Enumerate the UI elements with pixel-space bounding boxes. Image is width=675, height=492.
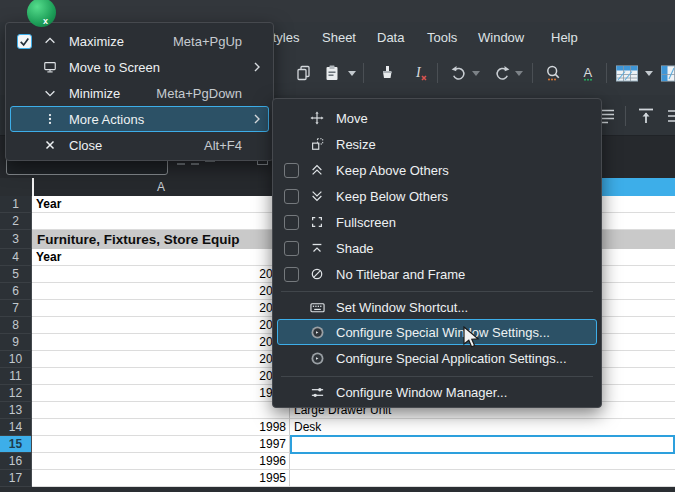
keep-below-checkbox[interactable] (284, 189, 299, 204)
row-header-3[interactable]: 3 (0, 230, 32, 249)
menu-separator (281, 291, 593, 292)
fullscreen-checkbox[interactable] (284, 215, 299, 230)
menu-item-shade[interactable]: Shade (277, 235, 597, 261)
cell-A1[interactable]: Year (32, 196, 290, 213)
screen: Styles Sheet Data Tools Window Help I (0, 0, 675, 492)
row-header-5[interactable]: 5 (0, 266, 32, 283)
shortcut-label: Alt+F4 (204, 138, 268, 153)
cell-B16[interactable] (290, 453, 675, 470)
menu-item-fullscreen[interactable]: Fullscreen (277, 209, 597, 235)
row-header-15[interactable]: 15 (0, 436, 32, 453)
row-header-8[interactable]: 8 (0, 317, 32, 334)
no-frame-icon (304, 267, 330, 281)
cell-A9[interactable]: 2002 (32, 334, 290, 351)
cell-A14[interactable]: 1998 (32, 419, 290, 436)
settings-disc-icon (304, 325, 330, 340)
window-bottom-edge (0, 487, 675, 492)
cell-A15[interactable]: 1997 (32, 436, 290, 453)
cell-A13[interactable] (32, 402, 290, 419)
row-header-14[interactable]: 14 (0, 419, 32, 436)
cell-A7[interactable]: 2004 (32, 300, 290, 317)
row-header-9[interactable]: 9 (0, 334, 32, 351)
cell-A16[interactable]: 1996 (32, 453, 290, 470)
menu-item-more-actions[interactable]: More Actions (10, 106, 269, 132)
cell-B14[interactable]: Desk (290, 419, 675, 436)
shade-icon (304, 241, 330, 255)
cell-A17[interactable]: 1995 (32, 470, 290, 487)
shade-checkbox[interactable] (284, 241, 299, 256)
menu-item-resize[interactable]: Resize (277, 131, 597, 157)
shortcut-label: Meta+PgDown (156, 86, 268, 101)
cell-A8[interactable]: 2003 (32, 317, 290, 334)
sliders-icon (304, 385, 330, 400)
selected-cell-b15[interactable] (290, 435, 675, 454)
menu-item-configure-window-manager[interactable]: Configure Window Manager... (277, 380, 597, 404)
cell-A12[interactable]: 1999 (32, 385, 290, 402)
cell-A5[interactable]: 2006 (32, 266, 290, 283)
row-header-11[interactable]: 11 (0, 368, 32, 385)
window-menu: Maximize Meta+PgUp Move to Screen Minimi… (5, 22, 274, 161)
menu-item-close[interactable]: Close Alt+F4 (10, 132, 269, 158)
cell-A11[interactable]: 2000 (32, 368, 290, 385)
menu-item-keep-above-others[interactable]: Keep Above Others (277, 157, 597, 183)
settings-disc-icon (304, 351, 330, 366)
no-titlebar-checkbox[interactable] (284, 267, 299, 282)
kebab-icon (37, 112, 63, 126)
move-icon (304, 111, 330, 125)
menu-item-move-to-screen[interactable]: Move to Screen (10, 54, 269, 80)
monitor-icon (37, 60, 63, 74)
row-header-16[interactable]: 16 (0, 453, 32, 470)
header-divider (32, 178, 34, 196)
chevron-down-icon (37, 86, 63, 100)
submenu-arrow-icon (252, 112, 268, 126)
menu-item-configure-special-application-settings[interactable]: Configure Special Application Settings..… (277, 345, 597, 371)
cell-A10[interactable]: 2001 (32, 351, 290, 368)
row-header-4[interactable]: 4 (0, 249, 32, 266)
chevron-up-icon (37, 34, 63, 48)
submenu-arrow-icon (252, 60, 268, 74)
cell-A2[interactable] (32, 213, 290, 230)
menu-separator (281, 376, 593, 377)
menu-item-keep-below-others[interactable]: Keep Below Others (277, 183, 597, 209)
row-header-2[interactable]: 2 (0, 213, 32, 230)
chevrons-up-icon (304, 163, 330, 177)
menu-item-minimize[interactable]: Minimize Meta+PgDown (10, 80, 269, 106)
cell-B17[interactable] (290, 470, 675, 487)
row-header-1[interactable]: 1 (0, 196, 32, 213)
menu-item-no-titlebar-and-frame[interactable]: No Titlebar and Frame (277, 261, 597, 287)
menu-item-move[interactable]: Move (277, 105, 597, 131)
chevrons-down-icon (304, 189, 330, 203)
cell-A4[interactable]: Year (32, 249, 290, 266)
maximize-checkbox[interactable] (17, 34, 32, 49)
fullscreen-icon (304, 215, 330, 229)
row-header-10[interactable]: 10 (0, 351, 32, 368)
mouse-cursor (463, 326, 482, 351)
row-header-13[interactable]: 13 (0, 402, 32, 419)
row-header-6[interactable]: 6 (0, 283, 32, 300)
row-header-12[interactable]: 12 (0, 385, 32, 402)
row-header-17[interactable]: 17 (0, 470, 32, 487)
row-header-7[interactable]: 7 (0, 300, 32, 317)
cell-A6[interactable]: 2005 (32, 283, 290, 300)
menu-item-maximize[interactable]: Maximize Meta+PgUp (10, 28, 269, 54)
close-icon (37, 138, 63, 152)
resize-icon (304, 137, 330, 151)
keyboard-icon (304, 300, 330, 315)
more-actions-submenu: Move Resize Keep Above Others Keep Below… (272, 98, 602, 408)
keep-above-checkbox[interactable] (284, 163, 299, 178)
menu-item-set-window-shortcut[interactable]: Set Window Shortcut... (277, 295, 597, 319)
menu-item-configure-special-window-settings[interactable]: Configure Special Window Settings... (277, 319, 597, 345)
shortcut-label: Meta+PgUp (173, 34, 268, 49)
orb-x-badge: x (43, 16, 48, 26)
